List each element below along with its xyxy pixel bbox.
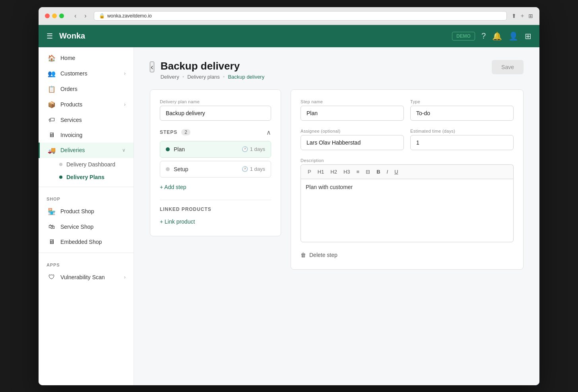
- steps-header: STEPS 2 ∧: [160, 129, 271, 136]
- new-tab-button[interactable]: ＋: [520, 12, 525, 19]
- delivery-plan-name-field: Delivery plan name: [160, 99, 271, 121]
- notifications-icon[interactable]: 🔔: [492, 31, 502, 41]
- step-item-plan[interactable]: Plan 🕐 1 days: [160, 141, 271, 158]
- sidebar-label-orders: Orders: [60, 86, 78, 92]
- home-icon: 🏠: [48, 54, 56, 62]
- sidebar-label-home: Home: [60, 55, 75, 61]
- toolbar-ol-button[interactable]: ⊟: [364, 168, 372, 176]
- step-name-setup: Setup: [174, 166, 238, 172]
- sidebar-divider-apps: [39, 253, 134, 253]
- address-bar[interactable]: 🔒 wonka.zaveitdemo.io: [94, 11, 507, 21]
- app-logo: Wonka: [59, 31, 446, 41]
- toolbar-h2-button[interactable]: H2: [328, 168, 339, 176]
- linked-products-label: LINKED PRODUCTS: [160, 207, 271, 212]
- traffic-light-green[interactable]: [59, 14, 64, 18]
- product-shop-icon: 🏪: [48, 208, 56, 215]
- step-item-setup[interactable]: Setup 🕐 1 days: [160, 161, 271, 178]
- share-button[interactable]: ⬆: [512, 12, 516, 19]
- sub-dot-dashboard: [59, 163, 62, 166]
- sidebar-label-invoicing: Invoicing: [60, 132, 82, 138]
- hamburger-menu-button[interactable]: ☰: [47, 32, 53, 41]
- sidebar-label-services: Services: [60, 117, 82, 123]
- type-select[interactable]: To-do In progress Done: [410, 106, 514, 121]
- step-name-plan: Plan: [174, 146, 238, 153]
- breadcrumb: Delivery • Delivery plans • Backup deliv…: [161, 74, 265, 80]
- shop-section-label: SHOP: [39, 190, 134, 204]
- toolbar-h1-button[interactable]: H1: [316, 168, 326, 176]
- collapse-steps-button[interactable]: ∧: [266, 129, 271, 136]
- right-card: Step name Type To-do In progress Done: [291, 89, 524, 270]
- sidebar-sub-delivery-plans[interactable]: Delivery Plans: [59, 171, 134, 183]
- save-button[interactable]: Save: [492, 60, 524, 74]
- add-step-button[interactable]: + Add step: [160, 181, 186, 193]
- traffic-light-red[interactable]: [45, 14, 50, 18]
- assignee-select[interactable]: Lars Olav Habberstad: [301, 135, 404, 150]
- sidebar-item-products[interactable]: 📦 Products ›: [39, 97, 134, 112]
- link-product-button[interactable]: + Link product: [160, 217, 195, 226]
- sub-dot-plans: [59, 176, 62, 179]
- toolbar-underline-button[interactable]: U: [392, 168, 400, 176]
- sidebar-item-deliveries[interactable]: 🚚 Deliveries ∨: [39, 143, 134, 158]
- sidebar: 🏠 Home 👥 Customers › 📋 Orders 📦 Products…: [39, 47, 134, 385]
- step-time-setup: 🕐 1 days: [242, 166, 265, 172]
- linked-products-divider: [160, 200, 271, 200]
- step-dot-setup: [166, 167, 170, 171]
- step-time-plan: 🕐 1 days: [242, 146, 265, 152]
- sidebar-sub-delivery-dashboard[interactable]: Delivery Dashboard: [59, 158, 134, 171]
- help-icon[interactable]: ?: [481, 31, 486, 41]
- steps-label: STEPS: [160, 129, 177, 135]
- breadcrumb-current: Backup delivery: [228, 74, 264, 80]
- toolbar-italic-button[interactable]: I: [385, 168, 390, 176]
- delivery-plan-name-input[interactable]: [160, 106, 271, 121]
- clock-icon: 🕐: [242, 146, 248, 152]
- sidebar-item-home[interactable]: 🏠 Home: [39, 50, 134, 66]
- breadcrumb-delivery-plans[interactable]: Delivery plans: [187, 74, 220, 80]
- sidebar-item-customers[interactable]: 👥 Customers ›: [39, 66, 134, 81]
- apps-section-label: APPS: [39, 256, 134, 270]
- forward-nav-button[interactable]: ›: [82, 12, 89, 20]
- invoicing-icon: 🖥: [48, 131, 56, 139]
- assignee-time-row: Assignee (optional) Lars Olav Habberstad…: [301, 129, 514, 150]
- products-icon: 📦: [48, 101, 56, 108]
- sidebar-label-vulnerability-scan: Vulnerability Scan: [60, 274, 105, 280]
- delete-step-button[interactable]: 🗑 Delete step: [301, 250, 337, 260]
- main-content: ‹ Backup delivery Delivery • Delivery pl…: [134, 47, 539, 385]
- back-button[interactable]: ‹: [150, 62, 154, 72]
- left-card: Delivery plan name STEPS 2 ∧: [150, 89, 281, 236]
- sidebar-item-orders[interactable]: 📋 Orders: [39, 81, 134, 97]
- step-name-label: Step name: [301, 99, 404, 104]
- sidebar-item-vulnerability-scan[interactable]: 🛡 Vulnerability Scan ›: [39, 270, 134, 285]
- trash-icon: 🗑: [301, 252, 306, 258]
- sidebar-label-product-shop: Product Shop: [60, 208, 94, 214]
- service-shop-icon: 🛍: [48, 223, 56, 230]
- sidebar-label-embedded-shop: Embedded Shop: [60, 239, 102, 245]
- description-editor[interactable]: Plan with customer: [301, 179, 514, 242]
- type-label: Type: [410, 99, 514, 104]
- sidebar-item-embedded-shop[interactable]: 🖥 Embedded Shop: [39, 234, 134, 249]
- toolbar-h3-button[interactable]: H3: [341, 168, 352, 176]
- customers-icon: 👥: [48, 70, 56, 77]
- sidebar-item-invoicing[interactable]: 🖥 Invoicing: [39, 127, 134, 143]
- breadcrumb-delivery[interactable]: Delivery: [161, 74, 179, 80]
- sidebar-item-service-shop[interactable]: 🛍 Service Shop: [39, 219, 134, 234]
- user-avatar-icon[interactable]: 👤: [508, 31, 518, 41]
- toolbar-p-button[interactable]: P: [306, 168, 313, 176]
- chevron-right-icon-products: ›: [124, 102, 126, 107]
- sidebar-label-deliveries: Deliveries: [60, 147, 85, 153]
- step-name-input[interactable]: [301, 106, 404, 121]
- traffic-light-yellow[interactable]: [52, 14, 57, 18]
- editor-toolbar: P H1 H2 H3 ≡ ⊟ B I U: [301, 164, 514, 179]
- page-title: Backup delivery: [161, 60, 265, 72]
- toolbar-ul-button[interactable]: ≡: [355, 168, 362, 176]
- embedded-shop-icon: 🖥: [48, 238, 56, 245]
- sidebar-label-customers: Customers: [60, 70, 87, 77]
- back-nav-button[interactable]: ‹: [72, 12, 79, 20]
- estimated-time-input[interactable]: [410, 135, 514, 150]
- sidebar-item-services[interactable]: 🏷 Services: [39, 112, 134, 127]
- lock-icon: 🔒: [99, 13, 105, 19]
- estimated-time-label: Estimated time (days): [410, 129, 514, 133]
- sidebar-toggle-button[interactable]: ⊞: [528, 12, 533, 19]
- sidebar-item-product-shop[interactable]: 🏪 Product Shop: [39, 204, 134, 219]
- toolbar-bold-button[interactable]: B: [374, 168, 382, 176]
- layout-toggle-icon[interactable]: ⊞: [525, 31, 531, 41]
